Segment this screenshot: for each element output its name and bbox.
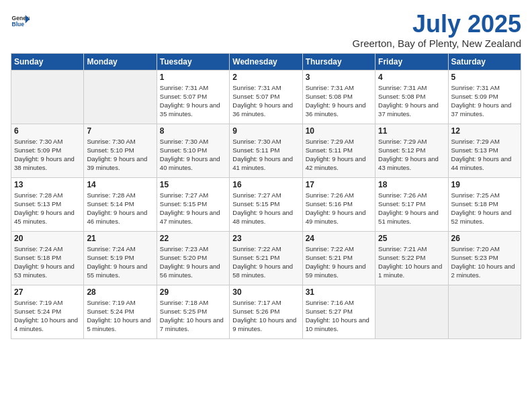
page-header: General Blue July 2025 Greerton, Bay of … [11,11,521,49]
calendar-cell: 25Sunrise: 7:21 AMSunset: 5:22 PMDayligh… [375,231,448,285]
calendar-cell: 27Sunrise: 7:19 AMSunset: 5:24 PMDayligh… [11,285,84,338]
calendar-cell: 16Sunrise: 7:27 AMSunset: 5:15 PMDayligh… [230,177,302,231]
day-number: 7 [87,126,153,136]
day-info: Sunrise: 7:28 AMSunset: 5:13 PMDaylight:… [14,191,81,226]
calendar-cell: 30Sunrise: 7:17 AMSunset: 5:26 PMDayligh… [230,285,302,338]
logo-icon: General Blue [11,11,30,30]
day-info: Sunrise: 7:22 AMSunset: 5:21 PMDaylight:… [232,244,299,280]
week-row-3: 13Sunrise: 7:28 AMSunset: 5:13 PMDayligh… [11,177,521,231]
day-number: 9 [232,126,299,136]
day-info: Sunrise: 7:18 AMSunset: 5:25 PMDaylight:… [160,298,226,334]
day-number: 8 [160,126,226,136]
day-number: 18 [378,180,445,189]
calendar-cell: 15Sunrise: 7:27 AMSunset: 5:15 PMDayligh… [157,177,229,231]
day-number: 22 [160,234,226,243]
day-number: 16 [232,180,299,189]
calendar-table: SundayMondayTuesdayWednesdayThursdayFrid… [11,53,521,339]
day-number: 3 [306,73,372,82]
weekday-monday: Monday [84,53,157,70]
day-info: Sunrise: 7:28 AMSunset: 5:14 PMDaylight:… [87,191,153,226]
day-number: 27 [14,287,81,297]
day-info: Sunrise: 7:17 AMSunset: 5:26 PMDaylight:… [232,298,299,334]
day-info: Sunrise: 7:24 AMSunset: 5:19 PMDaylight:… [87,244,153,280]
calendar-cell: 5Sunrise: 7:31 AMSunset: 5:09 PMDaylight… [448,70,521,124]
week-row-1: 1Sunrise: 7:31 AMSunset: 5:07 PMDaylight… [11,70,521,124]
logo: General Blue [11,11,30,30]
day-info: Sunrise: 7:20 AMSunset: 5:23 PMDaylight:… [451,244,518,280]
day-info: Sunrise: 7:30 AMSunset: 5:10 PMDaylight:… [87,137,153,173]
svg-text:Blue: Blue [12,21,25,28]
day-info: Sunrise: 7:19 AMSunset: 5:24 PMDaylight:… [14,298,81,334]
day-info: Sunrise: 7:31 AMSunset: 5:08 PMDaylight:… [378,83,445,119]
calendar-cell: 10Sunrise: 7:29 AMSunset: 5:11 PMDayligh… [302,124,375,177]
day-info: Sunrise: 7:30 AMSunset: 5:11 PMDaylight:… [232,137,299,173]
day-number: 14 [87,180,153,189]
calendar-cell: 26Sunrise: 7:20 AMSunset: 5:23 PMDayligh… [448,231,521,285]
weekday-tuesday: Tuesday [157,53,229,70]
day-info: Sunrise: 7:31 AMSunset: 5:07 PMDaylight:… [160,83,226,119]
weekday-wednesday: Wednesday [230,53,302,70]
week-row-2: 6Sunrise: 7:30 AMSunset: 5:09 PMDaylight… [11,124,521,177]
day-number: 10 [306,126,372,136]
calendar-cell: 13Sunrise: 7:28 AMSunset: 5:13 PMDayligh… [11,177,84,231]
calendar-cell: 29Sunrise: 7:18 AMSunset: 5:25 PMDayligh… [157,285,229,338]
day-info: Sunrise: 7:19 AMSunset: 5:24 PMDaylight:… [87,298,153,334]
day-number: 19 [451,180,518,189]
day-number: 4 [378,73,445,82]
day-number: 30 [232,287,299,297]
day-number: 5 [451,73,518,82]
calendar-cell [448,285,521,338]
day-number: 12 [451,126,518,136]
calendar-cell: 24Sunrise: 7:22 AMSunset: 5:21 PMDayligh… [302,231,375,285]
calendar-body: 1Sunrise: 7:31 AMSunset: 5:07 PMDaylight… [11,70,521,338]
calendar-cell [84,70,157,124]
calendar-cell: 8Sunrise: 7:30 AMSunset: 5:10 PMDaylight… [157,124,229,177]
day-number: 20 [14,234,81,243]
day-info: Sunrise: 7:29 AMSunset: 5:13 PMDaylight:… [451,137,518,173]
title-block: July 2025 Greerton, Bay of Plenty, New Z… [352,11,521,49]
day-number: 25 [378,234,445,243]
calendar-cell: 31Sunrise: 7:16 AMSunset: 5:27 PMDayligh… [302,285,375,338]
weekday-sunday: Sunday [11,53,84,70]
calendar-cell: 6Sunrise: 7:30 AMSunset: 5:09 PMDaylight… [11,124,84,177]
calendar-cell: 14Sunrise: 7:28 AMSunset: 5:14 PMDayligh… [84,177,157,231]
weekday-friday: Friday [375,53,448,70]
day-info: Sunrise: 7:26 AMSunset: 5:16 PMDaylight:… [306,191,372,226]
calendar-cell: 3Sunrise: 7:31 AMSunset: 5:08 PMDaylight… [302,70,375,124]
day-number: 21 [87,234,153,243]
week-row-5: 27Sunrise: 7:19 AMSunset: 5:24 PMDayligh… [11,285,521,338]
day-info: Sunrise: 7:29 AMSunset: 5:12 PMDaylight:… [378,137,445,173]
calendar-cell: 28Sunrise: 7:19 AMSunset: 5:24 PMDayligh… [84,285,157,338]
day-info: Sunrise: 7:29 AMSunset: 5:11 PMDaylight:… [306,137,372,173]
calendar-cell: 23Sunrise: 7:22 AMSunset: 5:21 PMDayligh… [230,231,302,285]
calendar-cell: 20Sunrise: 7:24 AMSunset: 5:18 PMDayligh… [11,231,84,285]
day-info: Sunrise: 7:24 AMSunset: 5:18 PMDaylight:… [14,244,81,280]
day-info: Sunrise: 7:26 AMSunset: 5:17 PMDaylight:… [378,191,445,226]
calendar-cell: 12Sunrise: 7:29 AMSunset: 5:13 PMDayligh… [448,124,521,177]
calendar-cell: 18Sunrise: 7:26 AMSunset: 5:17 PMDayligh… [375,177,448,231]
calendar-cell: 17Sunrise: 7:26 AMSunset: 5:16 PMDayligh… [302,177,375,231]
day-number: 2 [232,73,299,82]
day-info: Sunrise: 7:25 AMSunset: 5:18 PMDaylight:… [451,191,518,226]
day-number: 24 [306,234,372,243]
day-info: Sunrise: 7:27 AMSunset: 5:15 PMDaylight:… [232,191,299,226]
calendar-cell: 9Sunrise: 7:30 AMSunset: 5:11 PMDaylight… [230,124,302,177]
weekday-header-row: SundayMondayTuesdayWednesdayThursdayFrid… [11,53,521,70]
weekday-saturday: Saturday [448,53,521,70]
location: Greerton, Bay of Plenty, New Zealand [352,38,521,49]
day-info: Sunrise: 7:31 AMSunset: 5:09 PMDaylight:… [451,83,518,119]
day-number: 26 [451,234,518,243]
calendar-cell [375,285,448,338]
day-number: 29 [160,287,226,297]
day-number: 6 [14,126,81,136]
calendar-cell [11,70,84,124]
day-info: Sunrise: 7:31 AMSunset: 5:07 PMDaylight:… [232,83,299,119]
day-number: 17 [306,180,372,189]
day-info: Sunrise: 7:21 AMSunset: 5:22 PMDaylight:… [378,244,445,280]
day-info: Sunrise: 7:30 AMSunset: 5:09 PMDaylight:… [14,137,81,173]
day-info: Sunrise: 7:22 AMSunset: 5:21 PMDaylight:… [306,244,372,280]
day-number: 31 [306,287,372,297]
month-title: July 2025 [352,11,521,38]
calendar-cell: 1Sunrise: 7:31 AMSunset: 5:07 PMDaylight… [157,70,229,124]
calendar-cell: 21Sunrise: 7:24 AMSunset: 5:19 PMDayligh… [84,231,157,285]
